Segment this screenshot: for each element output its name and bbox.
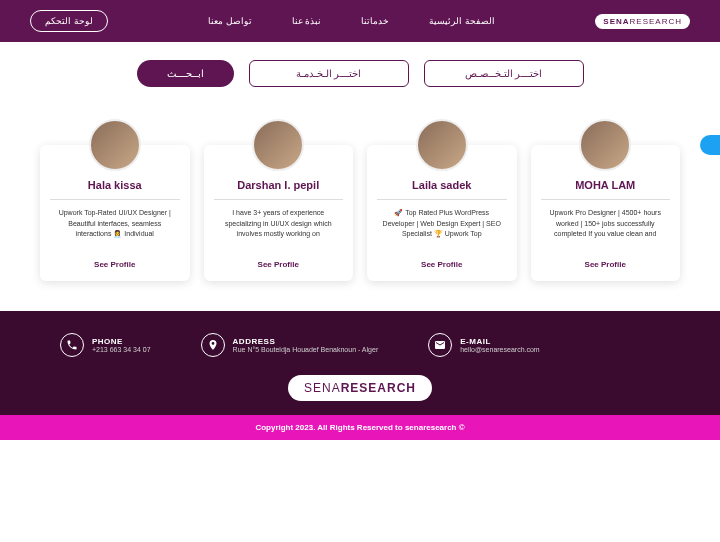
contact-row: PHONE +213 663 34 34 07 ADDRESS Rue N°5 … <box>60 333 660 357</box>
dashboard-button[interactable]: لوحة التحكم <box>30 10 108 32</box>
nav-contact[interactable]: تواصل معنا <box>208 16 252 26</box>
address-value: Rue N°5 Bouteldja Houadef Benaknoun - Al… <box>233 346 379 353</box>
profile-cards: Hala kissa Upwork Top-Rated UI/UX Design… <box>0 105 720 311</box>
floating-badge[interactable] <box>700 135 720 155</box>
search-button[interactable]: ابــحـــث <box>137 60 234 87</box>
see-profile-link[interactable]: See Profile <box>50 260 180 269</box>
address-label: ADDRESS <box>233 337 379 346</box>
map-icon <box>201 333 225 357</box>
see-profile-link[interactable]: See Profile <box>214 260 344 269</box>
email-label: E-MAIL <box>460 337 539 346</box>
avatar <box>416 119 468 171</box>
profile-name: Laila sadek <box>377 179 507 191</box>
phone-label: PHONE <box>92 337 151 346</box>
divider <box>214 199 344 200</box>
avatar <box>252 119 304 171</box>
email-icon <box>428 333 452 357</box>
nav-services[interactable]: خدماتنا <box>361 16 389 26</box>
contact-address: ADDRESS Rue N°5 Bouteldja Houadef Benakn… <box>201 333 379 357</box>
profile-card: Hala kissa Upwork Top-Rated UI/UX Design… <box>40 145 190 281</box>
profile-name: MOHA LAM <box>541 179 671 191</box>
contact-email: E-MAIL hello@senaresearch.com <box>428 333 539 357</box>
nav-home[interactable]: الصفحة الرئيسية <box>429 16 495 26</box>
divider <box>50 199 180 200</box>
avatar <box>89 119 141 171</box>
main-header: SENARESEARCH الصفحة الرئيسية خدماتنا نبذ… <box>0 0 720 42</box>
nav-about[interactable]: نبذة عنا <box>292 16 322 26</box>
footer-logo: SENARESEARCH <box>60 375 660 401</box>
profile-card: Laila sadek 🚀 Top Rated Plus WordPress D… <box>367 145 517 281</box>
profile-desc: Upwork Top-Rated UI/UX Designer | Beauti… <box>50 208 180 250</box>
profile-name: Hala kissa <box>50 179 180 191</box>
footer: PHONE +213 663 34 34 07 ADDRESS Rue N°5 … <box>0 311 720 415</box>
phone-value[interactable]: +213 663 34 34 07 <box>92 346 151 353</box>
divider <box>541 199 671 200</box>
see-profile-link[interactable]: See Profile <box>377 260 507 269</box>
copyright: © Copyright 2023. All Rights Reserved to… <box>0 415 720 440</box>
contact-phone: PHONE +213 663 34 34 07 <box>60 333 151 357</box>
profile-card: MOHA LAM Upwork Pro Designer | 4500+ hou… <box>531 145 681 281</box>
profile-name: Darshan I. pepil <box>214 179 344 191</box>
brand-logo[interactable]: SENARESEARCH <box>595 14 690 29</box>
search-bar: اختـــر التـخــصـص اختـــر الـخـدمـة ابـ… <box>0 42 720 105</box>
profile-desc: 🚀 Top Rated Plus WordPress Developer | W… <box>377 208 507 250</box>
avatar <box>579 119 631 171</box>
divider <box>377 199 507 200</box>
phone-icon <box>60 333 84 357</box>
main-nav: الصفحة الرئيسية خدماتنا نبذة عنا تواصل م… <box>208 16 495 26</box>
profile-desc: Upwork Pro Designer | 4500+ hours worked… <box>541 208 671 250</box>
service-select[interactable]: اختـــر الـخـدمـة <box>249 60 409 87</box>
see-profile-link[interactable]: See Profile <box>541 260 671 269</box>
profile-desc: I have 3+ years of experience specializi… <box>214 208 344 250</box>
email-value[interactable]: hello@senaresearch.com <box>460 346 539 353</box>
profile-card: Darshan I. pepil I have 3+ years of expe… <box>204 145 354 281</box>
specialty-select[interactable]: اختـــر التـخــصـص <box>424 60 584 87</box>
